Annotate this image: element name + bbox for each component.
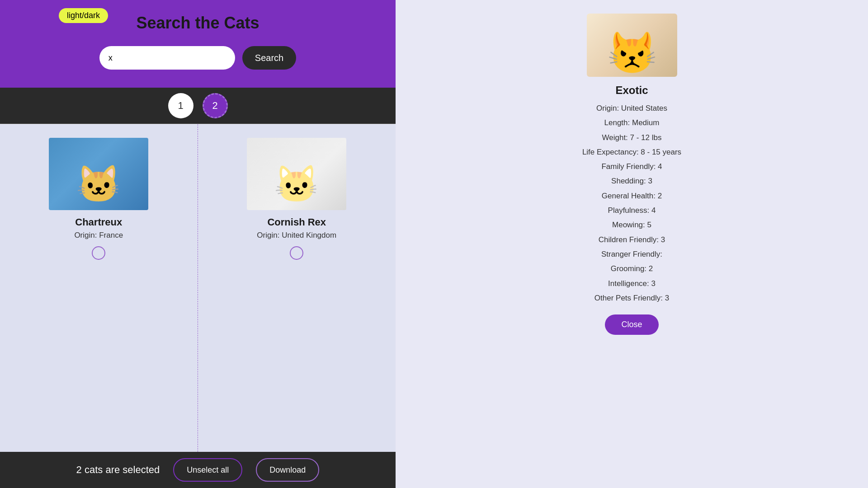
download-button[interactable]: Download: [256, 458, 319, 482]
pagination-bar: 1 2: [0, 88, 396, 124]
detail-life-expectancy: Life Expectancy: 8 - 15 years: [582, 145, 681, 160]
detail-children-friendly: Children Friendly: 3: [582, 233, 681, 247]
detail-cat-image: [587, 14, 677, 77]
detail-other-pets-friendly: Other Pets Friendly: 3: [582, 291, 681, 305]
search-input[interactable]: [99, 46, 235, 70]
cat-select-chartreux[interactable]: [92, 246, 105, 260]
cat-name-cornish: Cornish Rex: [267, 216, 326, 228]
detail-stranger-friendly: Stranger Friendly:: [582, 247, 681, 262]
detail-cat-name: Exotic: [615, 84, 648, 97]
detail-panel: Exotic Origin: United States Length: Med…: [396, 0, 868, 488]
detail-playfulness: Playfulness: 4: [582, 203, 681, 218]
detail-shedding: Shedding: 3: [582, 174, 681, 188]
search-row: Search: [99, 46, 296, 70]
detail-info: Origin: United States Length: Medium Wei…: [582, 101, 681, 305]
search-button[interactable]: Search: [242, 46, 296, 70]
cat-image-chartreux: [49, 138, 148, 210]
detail-weight: Weight: 7 - 12 lbs: [582, 131, 681, 145]
selected-count-text: 2 cats are selected: [76, 464, 160, 476]
detail-origin: Origin: United States: [582, 101, 681, 116]
detail-intelligence: Intelligence: 3: [582, 277, 681, 291]
unselect-all-button[interactable]: Unselect all: [173, 458, 242, 482]
close-button[interactable]: Close: [605, 314, 658, 335]
cat-grid: Chartreux Origin: France Cornish Rex Ori…: [0, 124, 396, 488]
cat-select-cornish[interactable]: [290, 246, 303, 260]
detail-meowing: Meowing: 5: [582, 218, 681, 232]
page-2-button[interactable]: 2: [203, 93, 228, 118]
cat-origin-chartreux: Origin: France: [74, 231, 123, 240]
search-section: light/dark Search the Cats Search: [0, 0, 396, 88]
page-title: Search the Cats: [136, 14, 259, 33]
detail-length: Length: Medium: [582, 116, 681, 130]
page-1-button[interactable]: 1: [168, 93, 193, 118]
detail-general-health: General Health: 2: [582, 189, 681, 203]
detail-grooming: Grooming: 2: [582, 262, 681, 276]
cat-card-chartreux: Chartreux Origin: France: [0, 124, 198, 488]
cat-name-chartreux: Chartreux: [75, 216, 122, 228]
cat-image-cornish: [247, 138, 346, 210]
light-dark-button[interactable]: light/dark: [59, 8, 108, 23]
cat-card-cornish: Cornish Rex Origin: United Kingdom: [198, 124, 396, 488]
detail-family-friendly: Family Friendly: 4: [582, 160, 681, 174]
cat-origin-cornish: Origin: United Kingdom: [257, 231, 336, 240]
bottom-bar: 2 cats are selected Unselect all Downloa…: [0, 452, 396, 488]
